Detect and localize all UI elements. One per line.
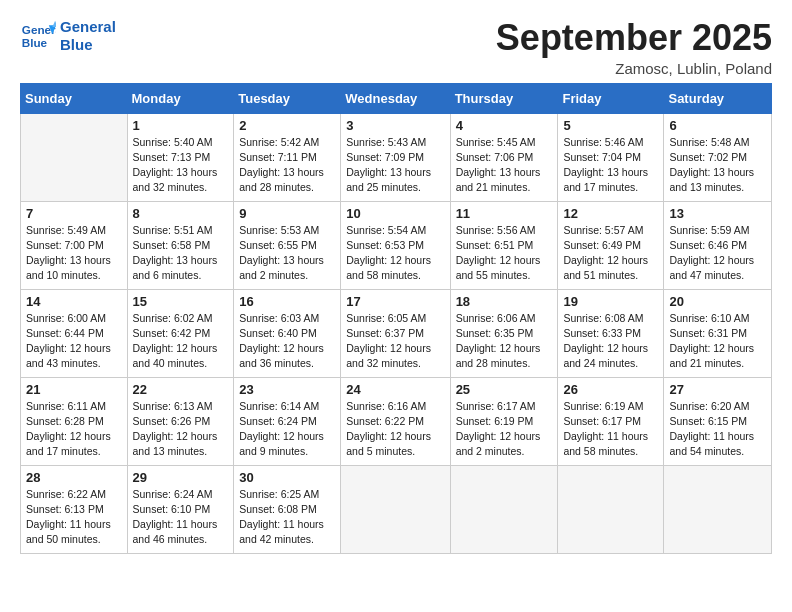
calendar-cell [450, 465, 558, 553]
day-number: 18 [456, 294, 553, 309]
day-of-week-sunday: Sunday [21, 83, 128, 113]
day-number: 16 [239, 294, 335, 309]
cell-info: Sunrise: 6:14 AMSunset: 6:24 PMDaylight:… [239, 399, 335, 460]
calendar-table: SundayMondayTuesdayWednesdayThursdayFrid… [20, 83, 772, 554]
day-number: 28 [26, 470, 122, 485]
calendar-cell: 17Sunrise: 6:05 AMSunset: 6:37 PMDayligh… [341, 289, 450, 377]
calendar-cell: 29Sunrise: 6:24 AMSunset: 6:10 PMDayligh… [127, 465, 234, 553]
calendar-cell: 18Sunrise: 6:06 AMSunset: 6:35 PMDayligh… [450, 289, 558, 377]
cell-info: Sunrise: 6:25 AMSunset: 6:08 PMDaylight:… [239, 487, 335, 548]
cell-info: Sunrise: 6:02 AMSunset: 6:42 PMDaylight:… [133, 311, 229, 372]
week-row-2: 7Sunrise: 5:49 AMSunset: 7:00 PMDaylight… [21, 201, 772, 289]
cell-info: Sunrise: 6:08 AMSunset: 6:33 PMDaylight:… [563, 311, 658, 372]
cell-info: Sunrise: 6:22 AMSunset: 6:13 PMDaylight:… [26, 487, 122, 548]
svg-text:Blue: Blue [22, 36, 48, 49]
week-row-3: 14Sunrise: 6:00 AMSunset: 6:44 PMDayligh… [21, 289, 772, 377]
calendar-cell: 23Sunrise: 6:14 AMSunset: 6:24 PMDayligh… [234, 377, 341, 465]
calendar-cell: 2Sunrise: 5:42 AMSunset: 7:11 PMDaylight… [234, 113, 341, 201]
cell-info: Sunrise: 5:56 AMSunset: 6:51 PMDaylight:… [456, 223, 553, 284]
cell-info: Sunrise: 6:17 AMSunset: 6:19 PMDaylight:… [456, 399, 553, 460]
day-number: 17 [346, 294, 444, 309]
logo: General Blue General Blue [20, 18, 116, 54]
day-number: 26 [563, 382, 658, 397]
calendar-cell [558, 465, 664, 553]
calendar-cell: 26Sunrise: 6:19 AMSunset: 6:17 PMDayligh… [558, 377, 664, 465]
calendar-cell: 22Sunrise: 6:13 AMSunset: 6:26 PMDayligh… [127, 377, 234, 465]
location: Zamosc, Lublin, Poland [496, 60, 772, 77]
day-number: 15 [133, 294, 229, 309]
cell-info: Sunrise: 5:49 AMSunset: 7:00 PMDaylight:… [26, 223, 122, 284]
cell-info: Sunrise: 5:45 AMSunset: 7:06 PMDaylight:… [456, 135, 553, 196]
day-number: 23 [239, 382, 335, 397]
day-of-week-wednesday: Wednesday [341, 83, 450, 113]
cell-info: Sunrise: 5:53 AMSunset: 6:55 PMDaylight:… [239, 223, 335, 284]
day-of-week-tuesday: Tuesday [234, 83, 341, 113]
cell-info: Sunrise: 6:24 AMSunset: 6:10 PMDaylight:… [133, 487, 229, 548]
day-number: 19 [563, 294, 658, 309]
day-number: 1 [133, 118, 229, 133]
day-number: 8 [133, 206, 229, 221]
calendar-cell: 3Sunrise: 5:43 AMSunset: 7:09 PMDaylight… [341, 113, 450, 201]
day-number: 29 [133, 470, 229, 485]
calendar-cell: 15Sunrise: 6:02 AMSunset: 6:42 PMDayligh… [127, 289, 234, 377]
calendar-cell: 11Sunrise: 5:56 AMSunset: 6:51 PMDayligh… [450, 201, 558, 289]
calendar-cell [341, 465, 450, 553]
cell-info: Sunrise: 6:20 AMSunset: 6:15 PMDaylight:… [669, 399, 766, 460]
day-number: 12 [563, 206, 658, 221]
day-number: 25 [456, 382, 553, 397]
cell-info: Sunrise: 5:48 AMSunset: 7:02 PMDaylight:… [669, 135, 766, 196]
cell-info: Sunrise: 6:10 AMSunset: 6:31 PMDaylight:… [669, 311, 766, 372]
calendar-cell: 28Sunrise: 6:22 AMSunset: 6:13 PMDayligh… [21, 465, 128, 553]
day-number: 3 [346, 118, 444, 133]
cell-info: Sunrise: 6:19 AMSunset: 6:17 PMDaylight:… [563, 399, 658, 460]
day-number: 30 [239, 470, 335, 485]
cell-info: Sunrise: 6:13 AMSunset: 6:26 PMDaylight:… [133, 399, 229, 460]
day-number: 2 [239, 118, 335, 133]
header: General Blue General Blue September 2025… [20, 18, 772, 77]
cell-info: Sunrise: 6:03 AMSunset: 6:40 PMDaylight:… [239, 311, 335, 372]
cell-info: Sunrise: 5:59 AMSunset: 6:46 PMDaylight:… [669, 223, 766, 284]
week-row-4: 21Sunrise: 6:11 AMSunset: 6:28 PMDayligh… [21, 377, 772, 465]
calendar-cell: 1Sunrise: 5:40 AMSunset: 7:13 PMDaylight… [127, 113, 234, 201]
calendar-cell [21, 113, 128, 201]
cell-info: Sunrise: 6:16 AMSunset: 6:22 PMDaylight:… [346, 399, 444, 460]
calendar-cell: 19Sunrise: 6:08 AMSunset: 6:33 PMDayligh… [558, 289, 664, 377]
calendar-cell: 20Sunrise: 6:10 AMSunset: 6:31 PMDayligh… [664, 289, 772, 377]
calendar-cell: 7Sunrise: 5:49 AMSunset: 7:00 PMDaylight… [21, 201, 128, 289]
calendar-cell: 10Sunrise: 5:54 AMSunset: 6:53 PMDayligh… [341, 201, 450, 289]
calendar-cell: 21Sunrise: 6:11 AMSunset: 6:28 PMDayligh… [21, 377, 128, 465]
cell-info: Sunrise: 5:57 AMSunset: 6:49 PMDaylight:… [563, 223, 658, 284]
calendar-cell: 14Sunrise: 6:00 AMSunset: 6:44 PMDayligh… [21, 289, 128, 377]
cell-info: Sunrise: 5:40 AMSunset: 7:13 PMDaylight:… [133, 135, 229, 196]
calendar-cell: 9Sunrise: 5:53 AMSunset: 6:55 PMDaylight… [234, 201, 341, 289]
calendar-cell: 5Sunrise: 5:46 AMSunset: 7:04 PMDaylight… [558, 113, 664, 201]
calendar-container: General Blue General Blue September 2025… [0, 0, 792, 564]
calendar-cell: 13Sunrise: 5:59 AMSunset: 6:46 PMDayligh… [664, 201, 772, 289]
calendar-cell: 16Sunrise: 6:03 AMSunset: 6:40 PMDayligh… [234, 289, 341, 377]
title-block: September 2025 Zamosc, Lublin, Poland [496, 18, 772, 77]
calendar-cell: 27Sunrise: 6:20 AMSunset: 6:15 PMDayligh… [664, 377, 772, 465]
week-row-5: 28Sunrise: 6:22 AMSunset: 6:13 PMDayligh… [21, 465, 772, 553]
day-number: 9 [239, 206, 335, 221]
calendar-cell: 25Sunrise: 6:17 AMSunset: 6:19 PMDayligh… [450, 377, 558, 465]
calendar-cell [664, 465, 772, 553]
cell-info: Sunrise: 5:43 AMSunset: 7:09 PMDaylight:… [346, 135, 444, 196]
day-number: 24 [346, 382, 444, 397]
calendar-cell: 4Sunrise: 5:45 AMSunset: 7:06 PMDaylight… [450, 113, 558, 201]
cell-info: Sunrise: 6:11 AMSunset: 6:28 PMDaylight:… [26, 399, 122, 460]
day-number: 14 [26, 294, 122, 309]
day-of-week-friday: Friday [558, 83, 664, 113]
day-number: 21 [26, 382, 122, 397]
day-number: 10 [346, 206, 444, 221]
day-number: 7 [26, 206, 122, 221]
day-number: 11 [456, 206, 553, 221]
day-number: 27 [669, 382, 766, 397]
week-row-1: 1Sunrise: 5:40 AMSunset: 7:13 PMDaylight… [21, 113, 772, 201]
month-title: September 2025 [496, 18, 772, 58]
calendar-cell: 12Sunrise: 5:57 AMSunset: 6:49 PMDayligh… [558, 201, 664, 289]
logo-blue: Blue [60, 36, 116, 54]
cell-info: Sunrise: 5:42 AMSunset: 7:11 PMDaylight:… [239, 135, 335, 196]
day-number: 13 [669, 206, 766, 221]
logo-general: General [60, 18, 116, 36]
day-number: 4 [456, 118, 553, 133]
